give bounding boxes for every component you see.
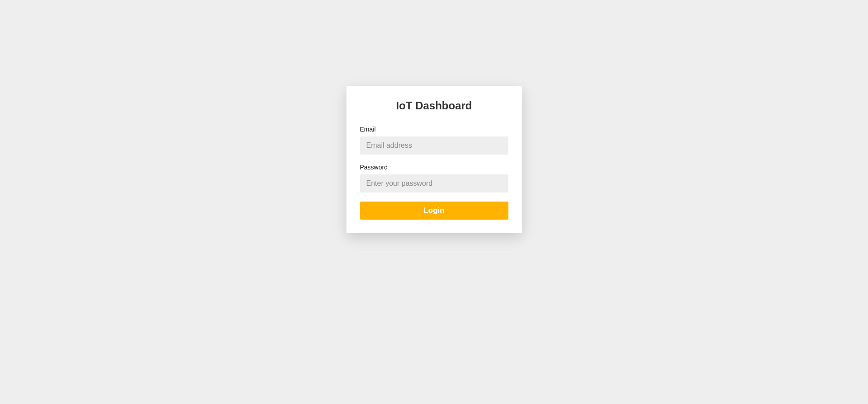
email-label: Email xyxy=(360,126,508,133)
password-field[interactable] xyxy=(360,174,508,193)
email-form-group: Email xyxy=(360,126,508,155)
login-card: IoT Dashboard Email Password Login xyxy=(346,86,522,233)
page-title: IoT Dashboard xyxy=(360,99,508,112)
login-button[interactable]: Login xyxy=(360,202,508,220)
password-label: Password xyxy=(360,164,508,171)
email-field[interactable] xyxy=(360,136,508,155)
password-form-group: Password xyxy=(360,164,508,193)
